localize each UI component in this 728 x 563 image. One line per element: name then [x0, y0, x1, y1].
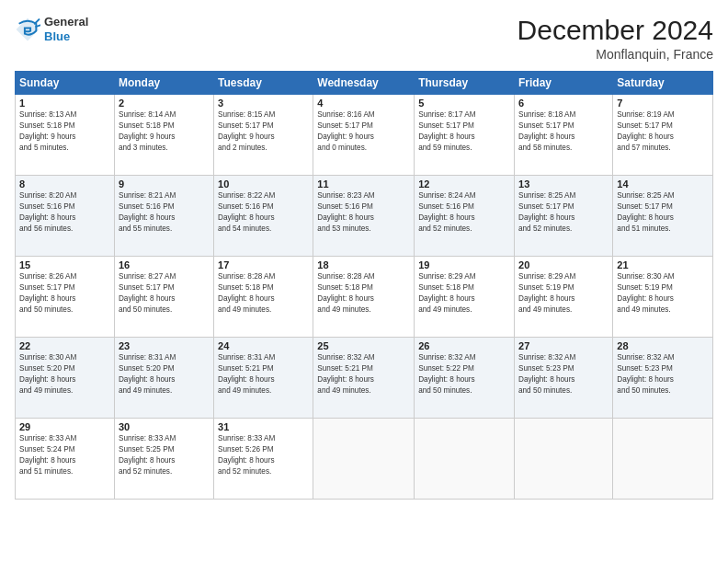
- calendar-week-row: 1Sunrise: 8:13 AMSunset: 5:18 PMDaylight…: [16, 95, 713, 176]
- table-cell: 15Sunrise: 8:26 AMSunset: 5:17 PMDayligh…: [16, 257, 115, 338]
- col-sunday: Sunday: [16, 72, 115, 95]
- calendar: Sunday Monday Tuesday Wednesday Thursday…: [15, 71, 713, 500]
- table-cell: 5Sunrise: 8:17 AMSunset: 5:17 PMDaylight…: [415, 95, 515, 176]
- day-number: 23: [119, 340, 210, 351]
- day-number: 20: [518, 259, 609, 270]
- day-number: 5: [418, 98, 510, 109]
- day-info: Sunrise: 8:30 AMSunset: 5:19 PMDaylight:…: [617, 271, 709, 316]
- col-friday: Friday: [515, 72, 613, 95]
- title-block: December 2024 Monflanquin, France: [518, 15, 713, 62]
- day-info: Sunrise: 8:28 AMSunset: 5:18 PMDaylight:…: [218, 271, 309, 316]
- day-number: 3: [218, 98, 309, 109]
- table-cell: 27Sunrise: 8:32 AMSunset: 5:23 PMDayligh…: [515, 338, 613, 419]
- day-info: Sunrise: 8:25 AMSunset: 5:17 PMDaylight:…: [617, 190, 709, 235]
- calendar-header-row: Sunday Monday Tuesday Wednesday Thursday…: [16, 72, 713, 95]
- day-info: Sunrise: 8:24 AMSunset: 5:16 PMDaylight:…: [418, 190, 510, 235]
- day-info: Sunrise: 8:25 AMSunset: 5:17 PMDaylight:…: [518, 190, 609, 235]
- logo-icon: [15, 17, 40, 42]
- calendar-week-row: 22Sunrise: 8:30 AMSunset: 5:20 PMDayligh…: [16, 338, 713, 419]
- day-info: Sunrise: 8:22 AMSunset: 5:16 PMDaylight:…: [218, 190, 309, 235]
- col-thursday: Thursday: [415, 72, 515, 95]
- day-number: 26: [418, 340, 510, 351]
- table-cell: 14Sunrise: 8:25 AMSunset: 5:17 PMDayligh…: [613, 176, 713, 257]
- calendar-week-row: 15Sunrise: 8:26 AMSunset: 5:17 PMDayligh…: [16, 257, 713, 338]
- table-cell: [515, 419, 613, 500]
- day-number: 29: [19, 421, 110, 432]
- day-info: Sunrise: 8:13 AMSunset: 5:18 PMDaylight:…: [19, 109, 110, 154]
- table-cell: 31Sunrise: 8:33 AMSunset: 5:26 PMDayligh…: [214, 419, 313, 500]
- table-cell: 6Sunrise: 8:18 AMSunset: 5:17 PMDaylight…: [515, 95, 613, 176]
- col-wednesday: Wednesday: [313, 72, 415, 95]
- table-cell: 21Sunrise: 8:30 AMSunset: 5:19 PMDayligh…: [613, 257, 713, 338]
- day-info: Sunrise: 8:18 AMSunset: 5:17 PMDaylight:…: [518, 109, 609, 154]
- day-info: Sunrise: 8:33 AMSunset: 5:26 PMDaylight:…: [218, 433, 309, 477]
- table-cell: 3Sunrise: 8:15 AMSunset: 5:17 PMDaylight…: [214, 95, 313, 176]
- day-number: 8: [19, 178, 110, 190]
- table-cell: 18Sunrise: 8:28 AMSunset: 5:18 PMDayligh…: [313, 257, 415, 338]
- day-info: Sunrise: 8:32 AMSunset: 5:23 PMDaylight:…: [617, 352, 709, 396]
- day-number: 25: [317, 340, 410, 351]
- table-cell: 22Sunrise: 8:30 AMSunset: 5:20 PMDayligh…: [16, 338, 115, 419]
- table-cell: [415, 419, 515, 500]
- day-number: 15: [19, 259, 110, 270]
- table-cell: 8Sunrise: 8:20 AMSunset: 5:16 PMDaylight…: [16, 176, 115, 257]
- table-cell: 23Sunrise: 8:31 AMSunset: 5:20 PMDayligh…: [114, 338, 213, 419]
- subtitle: Monflanquin, France: [518, 47, 713, 62]
- day-info: Sunrise: 8:16 AMSunset: 5:17 PMDaylight:…: [317, 109, 410, 154]
- day-info: Sunrise: 8:30 AMSunset: 5:20 PMDaylight:…: [19, 352, 110, 396]
- table-cell: 20Sunrise: 8:29 AMSunset: 5:19 PMDayligh…: [515, 257, 613, 338]
- col-saturday: Saturday: [613, 72, 713, 95]
- col-tuesday: Tuesday: [214, 72, 313, 95]
- page: General Blue December 2024 Monflanquin, …: [0, 0, 728, 563]
- day-number: 2: [119, 98, 210, 109]
- day-number: 1: [19, 98, 110, 109]
- day-number: 27: [518, 340, 609, 351]
- day-number: 21: [617, 259, 709, 270]
- table-cell: [613, 419, 713, 500]
- day-number: 16: [119, 259, 210, 270]
- table-cell: 12Sunrise: 8:24 AMSunset: 5:16 PMDayligh…: [415, 176, 515, 257]
- day-number: 19: [418, 259, 510, 270]
- table-cell: 13Sunrise: 8:25 AMSunset: 5:17 PMDayligh…: [515, 176, 613, 257]
- day-number: 6: [518, 98, 609, 109]
- calendar-week-row: 8Sunrise: 8:20 AMSunset: 5:16 PMDaylight…: [16, 176, 713, 257]
- table-cell: 17Sunrise: 8:28 AMSunset: 5:18 PMDayligh…: [214, 257, 313, 338]
- day-info: Sunrise: 8:33 AMSunset: 5:25 PMDaylight:…: [119, 433, 210, 477]
- table-cell: 11Sunrise: 8:23 AMSunset: 5:16 PMDayligh…: [313, 176, 415, 257]
- day-number: 17: [218, 259, 309, 270]
- table-cell: 30Sunrise: 8:33 AMSunset: 5:25 PMDayligh…: [114, 419, 213, 500]
- table-cell: 25Sunrise: 8:32 AMSunset: 5:21 PMDayligh…: [313, 338, 415, 419]
- table-cell: 7Sunrise: 8:19 AMSunset: 5:17 PMDaylight…: [613, 95, 713, 176]
- table-cell: 28Sunrise: 8:32 AMSunset: 5:23 PMDayligh…: [613, 338, 713, 419]
- table-cell: 1Sunrise: 8:13 AMSunset: 5:18 PMDaylight…: [16, 95, 115, 176]
- header: General Blue December 2024 Monflanquin, …: [15, 15, 713, 62]
- table-cell: 24Sunrise: 8:31 AMSunset: 5:21 PMDayligh…: [214, 338, 313, 419]
- table-cell: 10Sunrise: 8:22 AMSunset: 5:16 PMDayligh…: [214, 176, 313, 257]
- day-info: Sunrise: 8:20 AMSunset: 5:16 PMDaylight:…: [19, 190, 110, 235]
- day-number: 10: [218, 178, 309, 190]
- calendar-week-row: 29Sunrise: 8:33 AMSunset: 5:24 PMDayligh…: [16, 419, 713, 500]
- logo-text: General Blue: [44, 15, 88, 43]
- day-info: Sunrise: 8:21 AMSunset: 5:16 PMDaylight:…: [119, 190, 210, 235]
- table-cell: 4Sunrise: 8:16 AMSunset: 5:17 PMDaylight…: [313, 95, 415, 176]
- logo-general: General: [44, 15, 88, 29]
- day-info: Sunrise: 8:31 AMSunset: 5:21 PMDaylight:…: [218, 352, 309, 396]
- day-info: Sunrise: 8:23 AMSunset: 5:16 PMDaylight:…: [317, 190, 410, 235]
- logo-blue: Blue: [44, 29, 88, 44]
- day-number: 22: [19, 340, 110, 351]
- day-number: 13: [518, 178, 609, 190]
- col-monday: Monday: [114, 72, 213, 95]
- day-number: 24: [218, 340, 309, 351]
- day-info: Sunrise: 8:32 AMSunset: 5:23 PMDaylight:…: [518, 352, 609, 396]
- day-info: Sunrise: 8:26 AMSunset: 5:17 PMDaylight:…: [19, 271, 110, 316]
- table-cell: [313, 419, 415, 500]
- table-cell: 26Sunrise: 8:32 AMSunset: 5:22 PMDayligh…: [415, 338, 515, 419]
- day-number: 4: [317, 98, 410, 109]
- day-info: Sunrise: 8:17 AMSunset: 5:17 PMDaylight:…: [418, 109, 510, 154]
- day-info: Sunrise: 8:27 AMSunset: 5:17 PMDaylight:…: [119, 271, 210, 316]
- day-number: 31: [218, 421, 309, 432]
- day-number: 28: [617, 340, 709, 351]
- table-cell: 2Sunrise: 8:14 AMSunset: 5:18 PMDaylight…: [114, 95, 213, 176]
- day-info: Sunrise: 8:31 AMSunset: 5:20 PMDaylight:…: [119, 352, 210, 396]
- day-info: Sunrise: 8:15 AMSunset: 5:17 PMDaylight:…: [218, 109, 309, 154]
